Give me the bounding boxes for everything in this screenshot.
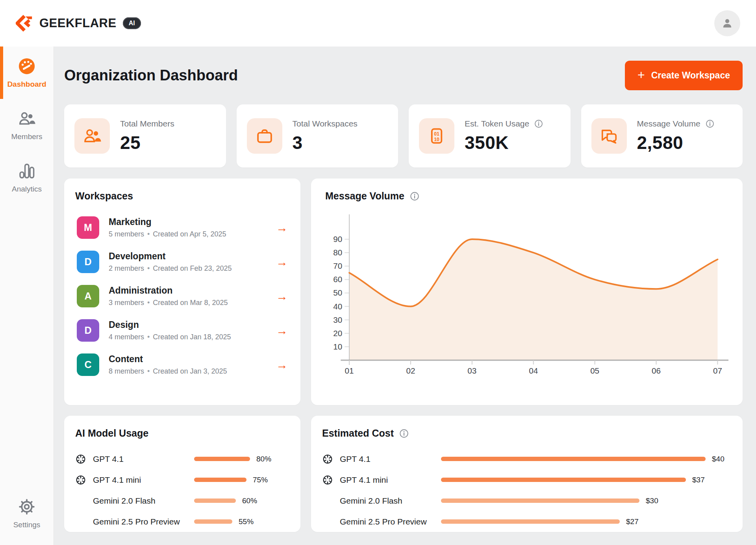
sidebar-item-dashboard[interactable]: Dashboard bbox=[0, 47, 54, 99]
stat-value: 3 bbox=[293, 132, 358, 153]
stat-card: 01 10 Message Volume bbox=[581, 104, 743, 167]
info-icon[interactable] bbox=[534, 119, 543, 128]
info-icon[interactable] bbox=[410, 191, 420, 201]
y-tick-label: 10 bbox=[333, 342, 342, 351]
geekflare-logo[interactable]: GEEKFLARE AI bbox=[16, 14, 141, 32]
stat-label: Message Volume bbox=[637, 119, 700, 128]
svg-text:01: 01 bbox=[434, 131, 439, 137]
ai-model-usage-panel: AI Model Usage bbox=[64, 416, 300, 532]
sidebar-item-analytics[interactable]: Analytics bbox=[0, 151, 54, 204]
model-name: GPT 4.1 mini bbox=[93, 475, 141, 485]
stat-card: 01 10 Est. Token Usage bbox=[409, 104, 571, 167]
model-name: GPT 4.1 bbox=[340, 454, 371, 464]
model-bar bbox=[441, 519, 620, 524]
info-icon[interactable] bbox=[705, 119, 715, 128]
stat-label: Total Members bbox=[120, 119, 174, 128]
model-bar bbox=[441, 498, 639, 503]
model-bar-value: 60% bbox=[242, 497, 257, 505]
workspace-row[interactable]: M Marketing 5 members•Created on Apr 5, … bbox=[75, 210, 289, 245]
main-content: Organization Dashboard + Create Workspac… bbox=[54, 47, 756, 545]
workspace-name: Development bbox=[109, 251, 232, 262]
person-icon bbox=[721, 17, 734, 30]
x-tick-label: 06 bbox=[652, 366, 661, 375]
dot-separator: • bbox=[147, 367, 150, 375]
stat-label: Est. Token Usage bbox=[465, 119, 529, 128]
x-tick-label: 07 bbox=[713, 366, 722, 375]
members-icon bbox=[17, 109, 36, 128]
dot-separator: • bbox=[147, 333, 150, 341]
sidebar-item-members[interactable]: Members bbox=[0, 99, 54, 151]
y-tick-label: 80 bbox=[333, 248, 342, 257]
openai-icon bbox=[322, 454, 333, 465]
workspace-name: Design bbox=[109, 320, 231, 330]
model-bar bbox=[441, 478, 686, 482]
dot-separator: • bbox=[147, 230, 150, 238]
arrow-right-icon[interactable]: → bbox=[276, 256, 288, 268]
sidebar-item-settings[interactable]: Settings bbox=[0, 487, 54, 539]
estimated-cost-title: Estimated Cost bbox=[322, 428, 394, 439]
workspace-row[interactable]: D Development 2 members•Created on Feb 2… bbox=[75, 245, 289, 279]
workspace-row[interactable]: C Content 8 members•Created on Jan 3, 20… bbox=[75, 348, 289, 382]
workspace-created: Created on Jan 18, 2025 bbox=[153, 333, 231, 341]
app-header: GEEKFLARE AI bbox=[0, 0, 756, 47]
openai-icon bbox=[75, 454, 86, 465]
sidebar-item-label: Settings bbox=[13, 521, 41, 529]
stat-value: 2,580 bbox=[637, 132, 715, 153]
message-volume-panel: Message Volume 1020304050607080900102030… bbox=[311, 179, 743, 405]
model-name: Gemini 2.5 Pro Preview bbox=[340, 517, 427, 526]
workspaces-title: Workspaces bbox=[75, 190, 133, 202]
workspace-created: Created on Apr 5, 2025 bbox=[153, 230, 226, 238]
model-bar-value: 75% bbox=[253, 476, 268, 484]
workspace-row[interactable]: A Administration 3 members•Created on Ma… bbox=[75, 279, 289, 313]
user-avatar[interactable] bbox=[714, 10, 740, 36]
arrow-right-icon[interactable]: → bbox=[276, 325, 288, 337]
create-workspace-button[interactable]: + Create Workspace bbox=[625, 61, 743, 90]
stat-icon-box: 01 10 bbox=[247, 118, 282, 154]
y-tick-label: 60 bbox=[333, 275, 342, 284]
openai-icon bbox=[322, 474, 333, 485]
briefcase-icon bbox=[256, 127, 274, 145]
message-volume-title: Message Volume bbox=[325, 190, 404, 202]
workspace-badge: M bbox=[77, 216, 99, 239]
workspace-meta: 5 members•Created on Apr 5, 2025 bbox=[109, 230, 226, 238]
model-bar-value: $27 bbox=[626, 517, 639, 526]
arrow-right-icon[interactable]: → bbox=[276, 359, 288, 371]
ai-model-usage-rows: GPT 4.1 80% bbox=[75, 448, 289, 532]
workspaces-panel: Workspaces M Marketing 5 members•Created… bbox=[64, 179, 300, 405]
x-tick-label: 05 bbox=[590, 366, 599, 375]
arrow-right-icon[interactable]: → bbox=[276, 222, 288, 234]
dot-separator: • bbox=[147, 264, 150, 272]
model-row: Gemini 2.5 Pro Preview 55% bbox=[75, 511, 289, 532]
model-name: GPT 4.1 bbox=[93, 454, 124, 464]
x-tick-label: 01 bbox=[345, 366, 354, 375]
token-binary-icon: 01 10 bbox=[428, 127, 446, 145]
stat-icon-box: 01 10 bbox=[74, 118, 110, 154]
x-tick-label: 04 bbox=[529, 366, 538, 375]
stat-card: 01 10 Total Workspaces bbox=[237, 104, 398, 167]
stat-card: 01 10 Total Members bbox=[64, 104, 226, 167]
openai-icon bbox=[75, 474, 86, 485]
chart-area-fill bbox=[349, 239, 717, 360]
gemini-icon bbox=[75, 516, 86, 527]
workspace-row[interactable]: D Design 4 members•Created on Jan 18, 20… bbox=[75, 313, 289, 348]
y-tick-label: 70 bbox=[333, 261, 342, 270]
model-row: Gemini 2.0 Flash $30 bbox=[322, 490, 732, 511]
workspaces-list: M Marketing 5 members•Created on Apr 5, … bbox=[75, 210, 289, 382]
plus-icon: + bbox=[637, 68, 645, 82]
workspace-members: 8 members bbox=[109, 367, 144, 375]
y-tick-label: 90 bbox=[333, 234, 342, 244]
analytics-icon bbox=[17, 162, 36, 180]
create-workspace-label: Create Workspace bbox=[651, 70, 730, 81]
ai-badge: AI bbox=[123, 17, 141, 29]
workspace-badge: D bbox=[77, 251, 99, 273]
arrow-right-icon[interactable]: → bbox=[276, 290, 288, 302]
workspace-meta: 2 members•Created on Feb 23, 2025 bbox=[109, 264, 232, 273]
info-icon[interactable] bbox=[399, 428, 409, 439]
stat-icon-box: 01 10 bbox=[419, 118, 454, 154]
model-name: GPT 4.1 mini bbox=[340, 475, 388, 485]
model-row: Gemini 2.0 Flash 60% bbox=[75, 490, 289, 511]
y-tick-label: 20 bbox=[333, 329, 342, 338]
ai-model-usage-title: AI Model Usage bbox=[75, 428, 148, 439]
model-row: GPT 4.1 mini 75% bbox=[75, 469, 289, 490]
model-bar bbox=[194, 457, 250, 461]
